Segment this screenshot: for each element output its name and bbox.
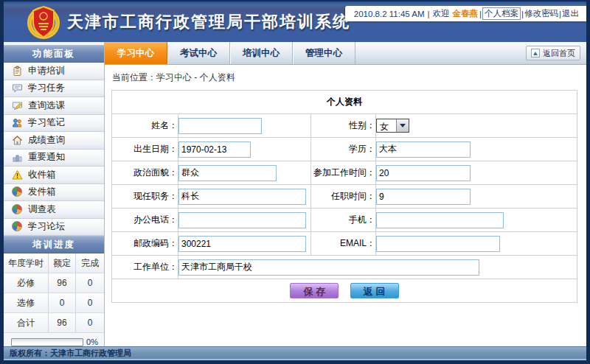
progress-table: 年度学时 额定 完成 必修 96 0 选修 0 0 合计 96 0 [4,253,104,333]
sidebar-item-label: 收件箱 [28,169,56,181]
sidebar-item-label: 学习论坛 [28,220,65,233]
mobile-input[interactable] [376,212,504,228]
users-icon [12,117,23,128]
change-password-link[interactable]: 修改密码 [524,8,558,19]
sidebar-item-inbox[interactable]: 收件箱 [4,167,104,184]
back-button[interactable]: 返 回 [350,283,399,298]
tab-training-center[interactable]: 培训中心 [230,42,293,64]
cell: 96 [48,273,75,293]
cell: 0 [75,313,104,332]
chevron-down-icon[interactable] [396,119,409,132]
zip-label: 邮政编码： [112,232,178,256]
tab-management-center[interactable]: 管理中心 [293,42,355,64]
column-header: 完成 [75,253,104,273]
cell: 选修 [4,293,48,312]
position-input[interactable] [178,189,306,205]
email-input[interactable] [376,236,500,252]
cell: 0 [75,273,104,293]
table-row: 合计 96 0 [4,313,104,333]
zip-input[interactable] [178,236,306,252]
pie-chart-icon [12,204,23,215]
birthdate-input[interactable] [178,141,251,158]
name-input[interactable] [178,118,262,134]
work-start-input[interactable] [376,165,471,181]
sidebar-item-label: 成绩查询 [28,134,65,147]
form-buttons-row: 保 存 返 回 [112,279,577,303]
cell: 96 [48,313,75,332]
sidebar-item-outbox[interactable]: 发件箱 [4,184,104,202]
separator: | [559,10,561,18]
gender-label: 性别： [311,114,376,138]
office-phone-label: 办公电话： [112,209,178,232]
education-label: 学历： [311,138,376,161]
cell: 0 [48,293,75,312]
column-header: 额定 [48,253,75,273]
sidebar-item-course-query[interactable]: 查询选课 [4,97,104,115]
form-title-row: 个人资料 [112,91,577,114]
sidebar-item-study-notes[interactable]: 学习笔记 [4,115,104,133]
header: 天津市工商行政管理局干部培训系统 2010.8.2 11:45 AM | 欢迎 … [4,1,586,42]
tenure-input[interactable] [376,189,471,205]
table-row: 办公电话： 手机： [112,209,577,232]
gender-select[interactable]: 女 [376,119,409,133]
sidebar-item-label: 查询选课 [28,99,65,112]
up-arrow-icon [531,49,540,57]
breadcrumb: 当前位置：学习中心 - 个人资料 [105,65,586,90]
mobile-label: 手机： [311,209,376,232]
email-label: EMAIL： [311,232,376,256]
separator: | [428,10,430,18]
table-row: 姓名： 性别： 女 [112,114,577,138]
sidebar-item-score-query[interactable]: 成绩查询 [4,132,104,150]
progress-percent: 0% [86,337,98,346]
sidebar-item-label: 学习任务 [28,82,65,94]
table-row: 邮政编码： EMAIL： [112,232,577,256]
education-input[interactable] [376,141,471,158]
username-text: 金春燕 [453,8,479,19]
back-to-home-label: 返回首页 [543,48,575,59]
sidebar: 功能面板 申请培训 学习任务 查询选课 [4,42,105,346]
chat-bubble-icon [12,83,23,94]
sidebar-item-forum[interactable]: 学习论坛 [4,219,104,237]
pie-chart-icon [12,186,23,197]
logout-link[interactable]: 退出 [562,8,579,19]
separator: | [479,10,482,18]
progress-bar [11,338,83,346]
table-row: 政治面貌： 参加工作时间： [112,161,577,185]
work-unit-input[interactable] [178,259,479,276]
sidebar-item-survey[interactable]: 调查表 [4,201,104,219]
content-area: 学习中心 考试中心 培训中心 管理中心 返回首页 当前位置：学习中心 - 个人资… [105,42,586,346]
office-phone-input[interactable] [178,212,306,228]
sidebar-item-study-tasks[interactable]: 学习任务 [4,80,104,98]
table-row: 出生日期： 学历： [112,138,577,161]
sidebar-item-apply-training[interactable]: 申请培训 [4,63,104,80]
work-start-label: 参加工作时间： [311,161,376,185]
table-row: 现任职务： 任职时间： [112,185,577,209]
profile-link[interactable]: 个人档案 [482,7,521,20]
clipboard-icon [12,66,23,77]
chat-edit-icon [12,100,23,111]
profile-form: 个人资料 姓名： 性别： 女 出生日 [105,90,586,303]
tenure-label: 任职时间： [311,185,376,209]
politics-input[interactable] [178,165,277,181]
gender-value: 女 [377,119,396,132]
app-window: 天津市工商行政管理局干部培训系统 2010.8.2 11:45 AM | 欢迎 … [4,1,586,360]
form-title: 个人资料 [112,91,577,114]
welcome-text: 欢迎 [433,8,450,19]
sidebar-item-label: 发件箱 [28,186,56,198]
sidebar-item-notices[interactable]: 重要通知 [4,150,104,167]
tab-study-center[interactable]: 学习中心 [105,42,167,64]
cell: 必修 [4,273,48,293]
pie-chart-icon [12,221,23,232]
training-progress-header: 培训进度 [4,236,104,253]
save-button[interactable]: 保 存 [290,283,339,298]
sidebar-item-label: 调查表 [28,203,56,216]
sidebar-item-label: 申请培训 [28,65,65,77]
home-icon [12,135,23,146]
function-panel-header: 功能面板 [4,45,104,63]
footer-copyright: 版权所有：天津市工商行政管理局 [4,346,586,359]
top-user-bar: 2010.8.2 11:45 AM | 欢迎 金春燕 | 个人档案 | 修改密码… [345,6,586,21]
page-title: 天津市工商行政管理局干部培训系统 [67,11,350,33]
tab-exam-center[interactable]: 考试中心 [167,42,230,64]
sidebar-item-label: 重要通知 [28,151,65,164]
back-to-home-button[interactable]: 返回首页 [526,46,580,60]
